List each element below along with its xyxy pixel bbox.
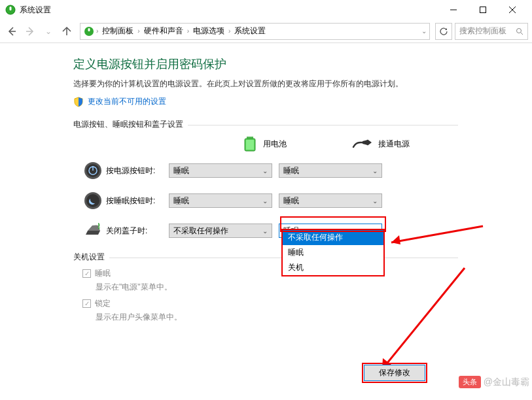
highlight-box: 保存修改 (362, 363, 427, 383)
chevron-down-icon: ⌄ (262, 167, 268, 175)
button-section-header: 电源按钮、睡眠按钮和盖子设置 (73, 119, 458, 130)
svg-point-21 (86, 194, 99, 207)
col-plugged-label: 接通电源 (378, 139, 410, 150)
search-icon (516, 27, 523, 35)
lock-check-desc: 显示在用户头像菜单中。 (96, 312, 458, 323)
sleep-check-label: 睡眠 (95, 268, 111, 279)
power-icon (83, 25, 95, 37)
titlebar: 系统设置 (0, 0, 532, 20)
power-battery-dropdown[interactable]: 睡眠⌄ (169, 163, 272, 178)
save-button[interactable]: 保存修改 (364, 365, 425, 381)
page-heading: 定义电源按钮并启用密码保护 (73, 56, 458, 72)
battery-icon (243, 135, 257, 152)
svg-rect-10 (88, 28, 90, 31)
lid-battery-dropdown[interactable]: 不采取任何操作⌄ (169, 224, 272, 238)
dropdown-option[interactable]: 不采取任何操作 (283, 230, 383, 245)
chevron-right-icon: › (136, 27, 141, 35)
chevron-down-icon: ⌄ (372, 197, 378, 205)
app-icon (5, 5, 16, 15)
lid-icon (84, 222, 102, 240)
svg-rect-15 (246, 140, 254, 150)
back-button[interactable] (4, 24, 20, 39)
dropdown-option[interactable]: 关机 (283, 260, 383, 275)
svg-point-11 (517, 28, 522, 33)
chevron-down-icon[interactable]: ⌄ (421, 27, 427, 35)
search-input[interactable]: 搜索控制面板 (455, 23, 528, 40)
row-label: 按睡眠按钮时: (106, 195, 169, 207)
svg-rect-1 (10, 7, 12, 10)
refresh-button[interactable] (435, 23, 452, 40)
plug-icon (352, 138, 372, 150)
sleep-button-icon (84, 192, 102, 210)
page-desc: 选择要为你的计算机设置的电源设置。在此页上对设置所做的更改将应用于你所有的电源计… (73, 78, 458, 90)
breadcrumb-seg[interactable]: 电源选项 (190, 25, 227, 37)
navbar: ⌄ › 控制面板 › 硬件和声音 › 电源选项 › 系统设置 ⌄ 搜索控制面板 (0, 20, 532, 43)
maximize-button[interactable] (468, 1, 497, 19)
chevron-right-icon: › (95, 27, 99, 35)
chevron-down-icon: ⌄ (262, 227, 268, 235)
row-close-lid: 关闭盖子时: 不采取任何操作⌄ 睡眠⌄ (73, 222, 458, 240)
chevron-down-icon: ⌄ (262, 197, 268, 205)
chevron-right-icon: › (227, 27, 232, 35)
up-button[interactable] (59, 24, 75, 39)
lid-plugged-dropdown-list[interactable]: 不采取任何操作 睡眠 关机 (281, 229, 385, 276)
breadcrumb-seg[interactable]: 控制面板 (99, 25, 136, 37)
row-label: 关闭盖子时: (106, 225, 169, 237)
chevron-right-icon: › (186, 27, 190, 35)
watermark-tag: 头条 (459, 376, 481, 388)
dropdown-option[interactable]: 睡眠 (283, 245, 383, 260)
recent-button[interactable]: ⌄ (41, 24, 56, 39)
window-title: 系统设置 (20, 5, 438, 16)
breadcrumb[interactable]: › 控制面板 › 硬件和声音 › 电源选项 › 系统设置 ⌄ (80, 23, 430, 40)
sleep-battery-dropdown[interactable]: 睡眠⌄ (169, 193, 272, 208)
svg-rect-3 (480, 7, 486, 13)
sleep-checkbox: ✓ (82, 269, 91, 278)
power-plugged-dropdown[interactable]: 睡眠⌄ (279, 163, 382, 178)
lock-check-label: 锁定 (95, 298, 111, 309)
content: 定义电源按钮并启用密码保护 选择要为你的计算机设置的电源设置。在此页上对设置所做… (0, 43, 458, 323)
chevron-down-icon: ⌄ (372, 167, 378, 175)
shutdown-section-header: 关机设置 (73, 252, 458, 263)
watermark-name: @金山毒霸 (484, 376, 529, 388)
minimize-button[interactable] (438, 1, 468, 19)
sleep-check-desc: 显示在"电源"菜单中。 (96, 282, 458, 293)
svg-line-12 (521, 33, 523, 35)
search-placeholder: 搜索控制面板 (459, 25, 506, 37)
row-label: 按电源按钮时: (106, 165, 169, 176)
row-sleep-button: 按睡眠按钮时: 睡眠⌄ 睡眠⌄ (73, 192, 458, 210)
sleep-plugged-dropdown[interactable]: 睡眠⌄ (279, 193, 382, 208)
shield-icon (73, 97, 84, 107)
change-unavailable-link[interactable]: 更改当前不可用的设置 (88, 96, 166, 107)
watermark: 头条 @金山毒霸 (459, 376, 529, 388)
lock-checkbox: ✓ (82, 299, 91, 308)
col-battery-label: 用电池 (263, 139, 287, 150)
forward-button[interactable] (22, 24, 38, 39)
power-button-icon (84, 161, 102, 180)
row-power-button: 按电源按钮时: 睡眠⌄ 睡眠⌄ (73, 161, 458, 180)
close-button[interactable] (497, 1, 527, 19)
breadcrumb-seg[interactable]: 硬件和声音 (141, 25, 186, 37)
breadcrumb-seg[interactable]: 系统设置 (232, 25, 268, 37)
